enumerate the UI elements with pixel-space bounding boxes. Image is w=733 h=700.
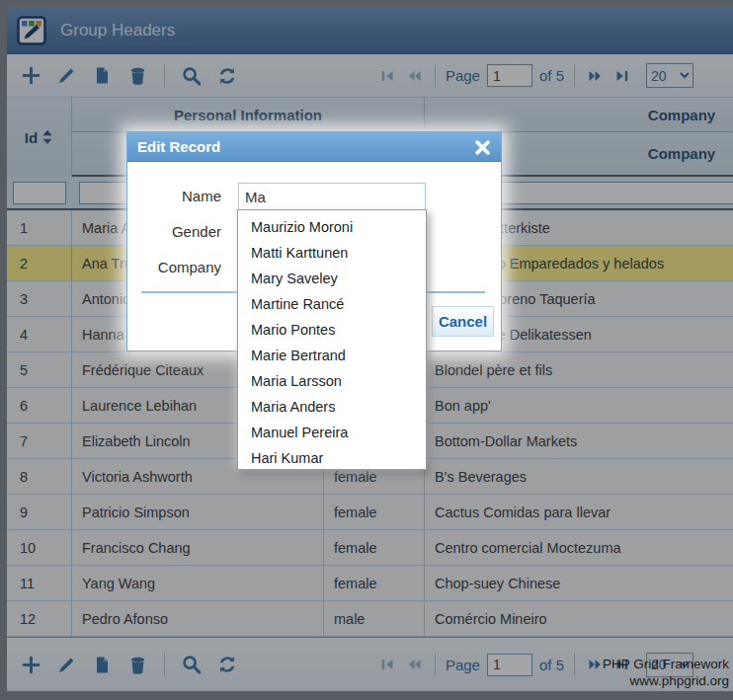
autocomplete-item[interactable]: Manuel Pereira (238, 420, 426, 445)
autocomplete-item[interactable]: Maria Anders (238, 394, 426, 420)
company-label: Company (127, 259, 221, 275)
autocomplete-item[interactable]: Maria Larsson (238, 368, 426, 394)
autocomplete-item[interactable]: Mary Saveley (238, 266, 426, 291)
autocomplete-item[interactable]: Martine Rancé (238, 291, 426, 317)
autocomplete-dropdown: Maurizio Moroni Matti Karttunen Mary Sav… (237, 209, 427, 470)
name-field[interactable] (238, 183, 426, 210)
cancel-button[interactable]: Cancel (432, 306, 494, 337)
name-label: Name (127, 188, 221, 204)
close-icon[interactable] (474, 139, 491, 156)
autocomplete-item[interactable]: Mario Pontes (238, 317, 426, 343)
dialog-title: Edit Record (137, 138, 220, 155)
autocomplete-item[interactable]: Matti Karttunen (238, 240, 426, 266)
page: Group Headers (0, 0, 733, 700)
autocomplete-item[interactable]: Hari Kumar (238, 445, 426, 471)
dialog-titlebar[interactable]: Edit Record (127, 132, 501, 162)
autocomplete-item[interactable]: Marie Bertrand (238, 343, 426, 368)
gender-label: Gender (127, 223, 221, 240)
autocomplete-item[interactable]: Maurizio Moroni (238, 214, 426, 240)
